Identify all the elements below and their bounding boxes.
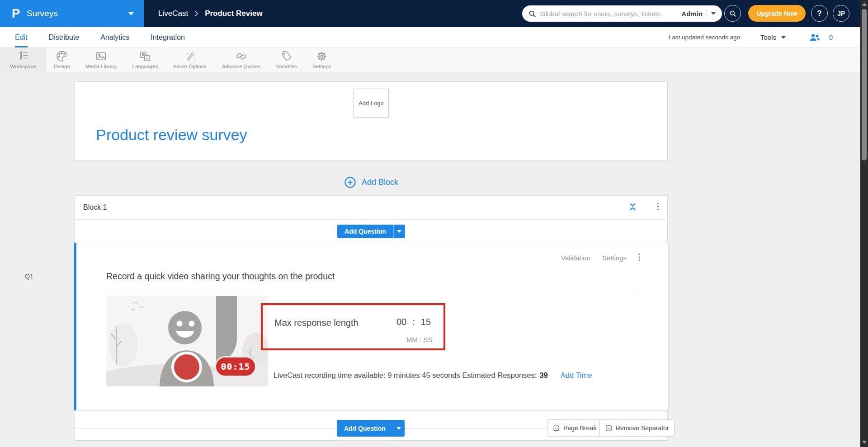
add-time-link[interactable]: Add Time	[561, 371, 592, 380]
svg-text:A: A	[146, 56, 149, 61]
toolbar-item-label: Languages	[132, 64, 158, 69]
search-button[interactable]	[724, 5, 741, 22]
page-break-button[interactable]: Page Break	[547, 419, 602, 437]
toolbar-item-design[interactable]: Design	[46, 47, 78, 72]
plus-circle-icon	[344, 176, 356, 188]
avatar-initials: JP	[837, 10, 845, 17]
add-question-bottom: Add Question	[337, 420, 405, 437]
search-icon	[729, 10, 736, 17]
toolbar-item-finish-options[interactable]: Finish Options	[165, 47, 214, 72]
app-name: Surveys	[27, 9, 58, 19]
app-switcher[interactable]: P Surveys	[0, 0, 144, 27]
question-menu-button[interactable]	[638, 253, 641, 263]
toolbar-item-label: Media Library	[85, 64, 117, 69]
collapse-icon	[629, 203, 636, 211]
survey-title[interactable]: Product review survey	[96, 126, 247, 144]
add-logo-button[interactable]: Add Logo	[354, 89, 389, 118]
search-input[interactable]	[540, 10, 677, 18]
toolbar-item-label: Workspace	[10, 64, 36, 69]
people-icon	[810, 33, 820, 41]
scrollbar-thumb[interactable]	[862, 9, 867, 160]
time-colon: :	[412, 317, 415, 327]
chevron-down-icon	[711, 12, 716, 15]
toolbar-item-languages[interactable]: A Languages	[124, 47, 165, 72]
remove-separator-button[interactable]: Remove Separator	[599, 419, 675, 437]
question-mark-icon: ?	[817, 9, 821, 18]
max-response-label: Max response length	[274, 318, 359, 328]
add-question-dropdown[interactable]	[393, 420, 405, 437]
tools-dropdown[interactable]: Tools	[760, 27, 786, 47]
add-question-dropdown[interactable]	[393, 225, 405, 238]
chevron-right-icon	[194, 10, 198, 17]
seconds-field[interactable]: 15	[421, 317, 431, 327]
page-break-label: Page Break	[563, 424, 596, 432]
palette-icon	[56, 50, 68, 62]
help-button[interactable]: ?	[811, 5, 828, 22]
availability-text: LiveCast recording time available: 9 min…	[274, 371, 537, 380]
minutes-field[interactable]: 00	[396, 317, 406, 327]
collapse-block-button[interactable]	[629, 203, 636, 212]
add-question-button[interactable]: Add Question	[337, 420, 393, 437]
wand-icon	[184, 50, 196, 62]
last-updated-status: Last updated seconds ago	[669, 27, 740, 47]
add-question-split-button: Add Question	[337, 420, 405, 437]
chevron-down-icon	[128, 12, 134, 15]
tab-distribute[interactable]: Distribute	[49, 27, 80, 47]
avatar[interactable]: JP	[833, 5, 849, 22]
add-question-button[interactable]: Add Question	[337, 225, 393, 238]
question-id-label: Q1	[25, 273, 33, 280]
tab-edit[interactable]: Edit	[15, 27, 28, 47]
kebab-menu-icon	[657, 202, 659, 211]
kebab-menu-icon	[638, 253, 641, 261]
toolbar-item-settings[interactable]: Settings	[305, 47, 339, 72]
question-text[interactable]: Record a quick video sharing your though…	[106, 271, 335, 282]
question-card: Validation Settings Record a quick video…	[74, 243, 668, 410]
settings-link[interactable]: Settings	[602, 254, 627, 262]
collaborators-count[interactable]: 0	[829, 27, 833, 47]
global-search[interactable]: Admin	[522, 5, 722, 22]
breadcrumb-current: Product Review	[205, 9, 263, 18]
remove-separator-label: Remove Separator	[616, 424, 669, 432]
tag-icon	[280, 50, 292, 62]
block-menu-button[interactable]	[657, 202, 659, 212]
toolbar-item-variables[interactable]: Variables	[268, 47, 305, 72]
breadcrumb-parent[interactable]: LiveCast	[158, 9, 188, 18]
scroll-down-arrow[interactable]	[862, 441, 867, 444]
block-header: Block 1	[75, 196, 667, 220]
upgrade-button[interactable]: Upgrade Now	[748, 5, 806, 22]
breadcrumb: LiveCast Product Review	[158, 0, 263, 27]
tab-analytics[interactable]: Analytics	[100, 27, 129, 47]
question-actions: Validation Settings	[561, 253, 641, 263]
toolbar-item-media-library[interactable]: Media Library	[78, 47, 125, 72]
time-format-hint: MM : SS	[406, 336, 433, 343]
toolbar-item-label: Settings	[312, 64, 331, 69]
max-response-highlight-box: Max response length 00 : 15 MM : SS	[261, 303, 445, 350]
toolbar-item-advance-quotas[interactable]: Advance Quotas	[214, 47, 268, 72]
search-scope[interactable]: Admin	[681, 10, 703, 18]
scroll-up-arrow[interactable]	[862, 3, 867, 6]
validation-link[interactable]: Validation	[561, 254, 590, 262]
gear-icon	[316, 50, 328, 62]
divider	[707, 9, 707, 18]
toolbar-item-label: Variables	[276, 64, 297, 69]
workspace-icon	[17, 50, 29, 62]
toolbar-item-label: Finish Options	[173, 64, 207, 69]
tab-integration[interactable]: Integration	[151, 27, 185, 47]
add-question-split-button: Add Question	[337, 225, 405, 238]
languages-icon: A	[139, 50, 151, 62]
survey-header-card: Add Logo Product review survey	[75, 81, 668, 161]
toolbar-item-label: Design	[54, 64, 70, 69]
toolbar-item-workspace[interactable]: Workspace	[0, 47, 46, 72]
timer-badge: 00:15	[215, 356, 256, 377]
add-block-button[interactable]: Add Block	[75, 174, 668, 190]
add-question-row: Add Question	[75, 220, 667, 243]
chevron-down-icon	[781, 36, 786, 39]
media-library-icon	[95, 50, 107, 62]
vertical-scrollbar[interactable]	[860, 0, 868, 447]
block-title[interactable]: Block 1	[83, 203, 107, 212]
max-response-time: 00 : 15	[396, 317, 431, 327]
collaborators-button[interactable]	[810, 33, 820, 43]
record-button	[173, 353, 201, 381]
question-text-underline	[106, 290, 640, 290]
chevron-down-icon	[397, 230, 401, 233]
